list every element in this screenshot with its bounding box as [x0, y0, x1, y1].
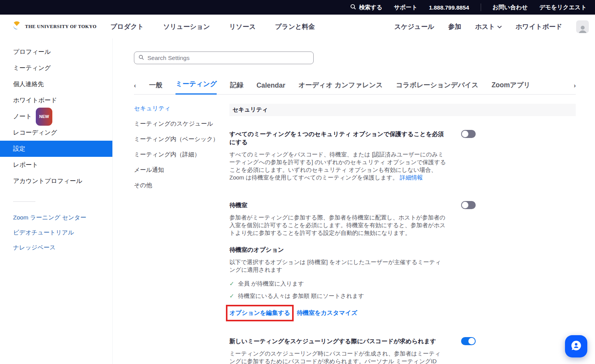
nav-item-host-label: ホスト	[475, 22, 495, 31]
topbar-divider	[481, 3, 481, 11]
sidebar: プロフィール ミーティング 個人連絡先 ホワイトボード ノート NEW レコーデ…	[0, 38, 113, 364]
setting-require-security-option: すべてのミーティングを１つのセキュリティ オプションで保護することを必須にする …	[229, 130, 576, 181]
sidebar-item-whiteboard[interactable]: ホワイトボード	[0, 92, 112, 108]
setting-description: すべてのミーティングをパスコード、待機室、または [認証済みユーザーにのみミーテ…	[229, 151, 446, 181]
topbar-contact-link[interactable]: お問い合わせ	[493, 4, 528, 11]
toggle-passcode-required[interactable]	[461, 337, 476, 345]
check-icon: ✓	[229, 280, 234, 287]
setting-passcode-required: 新しいミーティングをスケジューリングする際にパスコードが求められます ミーティン…	[229, 337, 576, 364]
sidebar-item-notes[interactable]: ノート NEW	[0, 108, 112, 125]
setting-description: ミーティングのスケジューリング時にパスコードが生成され、参加者はミーティングに参…	[229, 350, 446, 364]
subnav-item-security[interactable]: セキュリティ	[134, 105, 229, 113]
top-utility-bar: 検索する サポート 1.888.799.8854 お問い合わせ デモをリクエスト	[0, 0, 595, 15]
settings-content: ‹ 一般 ミーティング 記録 Calendar オーディオ カンファレンス コラ…	[113, 38, 595, 364]
waiting-room-links: オプションを編集する 待機室をカスタマイズ	[226, 305, 446, 321]
learn-more-link[interactable]: 詳細情報	[400, 174, 423, 181]
tab-zoom-apps[interactable]: Zoomアプリ	[491, 80, 530, 95]
nav-menu: プロダクト ソリューション リソース プランと料金	[110, 22, 315, 31]
nav-item-products[interactable]: プロダクト	[110, 22, 144, 31]
topbar-request-demo-link[interactable]: デモをリクエスト	[539, 4, 587, 11]
settings-search-box[interactable]	[134, 52, 314, 64]
avatar[interactable]	[576, 20, 589, 33]
nav-item-schedule[interactable]: スケジュール	[394, 22, 434, 31]
new-badge: NEW	[36, 108, 53, 126]
section-header-security: セキュリティ	[229, 104, 576, 116]
highlight-red-box: オプションを編集する	[226, 305, 294, 321]
nav-item-whiteboard[interactable]: ホワイトボード	[516, 22, 562, 31]
sidebar-item-recordings[interactable]: レコーディング	[0, 125, 112, 141]
sidebar-item-reports[interactable]: レポート	[0, 157, 112, 173]
topbar-search-label: 検索する	[359, 4, 383, 11]
sidebar-divider	[13, 201, 35, 202]
subnav-item-other[interactable]: その他	[134, 181, 229, 189]
sidebar-item-settings[interactable]: 設定	[0, 141, 112, 157]
toggle-require-security-option[interactable]	[461, 130, 476, 138]
search-icon	[350, 3, 356, 11]
settings-panel: セキュリティ すべてのミーティングを１つのセキュリティ オプションで保護すること…	[229, 104, 576, 364]
waiting-room-options-list: ✓ 全員 が待機室に入ります ✓ 待機室にいる人々は 参加順 順にソートされます	[229, 280, 446, 300]
waiting-room-options-title: 待機室のオプション	[229, 246, 446, 254]
sidebar-item-meetings[interactable]: ミーティング	[0, 60, 112, 76]
nav-item-host[interactable]: ホスト	[475, 22, 501, 31]
check-item-label: 全員 が待機室に入ります	[238, 280, 304, 288]
main-navbar: The University of Tokyo プロダクト ソリューション リソ…	[0, 15, 595, 38]
setting-title: 待機室	[229, 201, 446, 209]
check-item-label: 待機室にいる人々は 参加順 順にソートされます	[238, 293, 364, 300]
settings-search-input[interactable]	[147, 55, 301, 61]
university-logo-text: The University of Tokyo	[25, 24, 97, 30]
ginkgo-leaf-icon	[12, 21, 22, 33]
sidebar-link-learning-center[interactable]: Zoom ラーニング センター	[0, 210, 112, 225]
edit-options-link[interactable]: オプションを編集する	[229, 309, 290, 316]
nav-actions: スケジュール 参加 ホスト ホワイトボード	[394, 20, 589, 33]
toggle-waiting-room[interactable]	[461, 201, 476, 209]
tab-recording[interactable]: 記録	[230, 80, 243, 95]
nav-item-plans[interactable]: プランと料金	[275, 22, 315, 31]
setting-description: 参加者がミーティングに参加する際、参加者を待機室に配置し、ホストが参加者の入室を…	[229, 214, 446, 237]
support-chat-button[interactable]	[565, 335, 587, 357]
sidebar-item-contacts[interactable]: 個人連絡先	[0, 76, 112, 92]
tab-calendar[interactable]: Calendar	[256, 81, 285, 95]
setting-waiting-room: 待機室 参加者がミーティングに参加する際、参加者を待機室に配置し、ホストが参加者…	[229, 201, 576, 321]
tab-meeting[interactable]: ミーティング	[175, 79, 217, 95]
subnav-item-email-notification[interactable]: メール通知	[134, 166, 229, 174]
settings-subnav: セキュリティ ミーティングのスケジュール ミーティング内（ベーシック） ミーティ…	[134, 104, 229, 364]
tab-general[interactable]: 一般	[149, 80, 162, 95]
setting-title: 新しいミーティングをスケジューリングする際にパスコードが求められます	[229, 337, 446, 346]
nav-item-solutions[interactable]: ソリューション	[163, 22, 210, 31]
chat-person-icon	[570, 339, 582, 353]
check-icon: ✓	[229, 293, 234, 299]
tab-audio-conference[interactable]: オーディオ カンファレンス	[298, 80, 383, 95]
topbar-support-link[interactable]: サポート	[394, 4, 417, 11]
sidebar-item-notes-label: ノート	[13, 108, 32, 125]
subnav-item-schedule-meeting[interactable]: ミーティングのスケジュール	[134, 120, 229, 128]
nav-item-resources[interactable]: リソース	[229, 22, 256, 31]
search-icon	[138, 54, 144, 62]
subnav-item-in-meeting-advanced[interactable]: ミーティング内（詳細）	[134, 151, 229, 159]
sidebar-link-video-tutorials[interactable]: ビデオチュートリアル	[0, 225, 112, 240]
topbar-phone[interactable]: 1.888.799.8854	[429, 4, 469, 11]
chevron-left-icon[interactable]: ‹	[134, 82, 136, 94]
sidebar-link-knowledge-base[interactable]: ナレッジベース	[0, 240, 112, 255]
list-item: ✓ 全員 が待機室に入ります	[229, 280, 446, 288]
tab-collaboration-devices[interactable]: コラボレーションデバイス	[396, 80, 479, 95]
sidebar-item-profile[interactable]: プロフィール	[0, 44, 112, 60]
customize-waiting-room-link[interactable]: 待機室をカスタマイズ	[297, 309, 358, 317]
nav-item-join[interactable]: 参加	[448, 22, 461, 31]
chevron-down-icon	[497, 23, 502, 30]
topbar-search[interactable]: 検索する	[350, 3, 383, 11]
chevron-right-icon[interactable]: ›	[574, 82, 576, 94]
list-item: ✓ 待機室にいる人々は 参加順 順にソートされます	[229, 293, 446, 300]
sidebar-item-account-profile[interactable]: アカウントプロフィール	[0, 173, 112, 189]
settings-tabs: ‹ 一般 ミーティング 記録 Calendar オーディオ カンファレンス コラ…	[134, 79, 576, 95]
waiting-room-options-description: 以下で選択するオプションは [待機室] をオンにしたユーザーが主催するミーティン…	[229, 258, 446, 274]
setting-title: すべてのミーティングを１つのセキュリティ オプションで保護することを必須にする	[229, 130, 446, 146]
subnav-item-in-meeting-basic[interactable]: ミーティング内（ベーシック）	[134, 135, 229, 143]
university-logo[interactable]: The University of Tokyo	[12, 21, 97, 33]
